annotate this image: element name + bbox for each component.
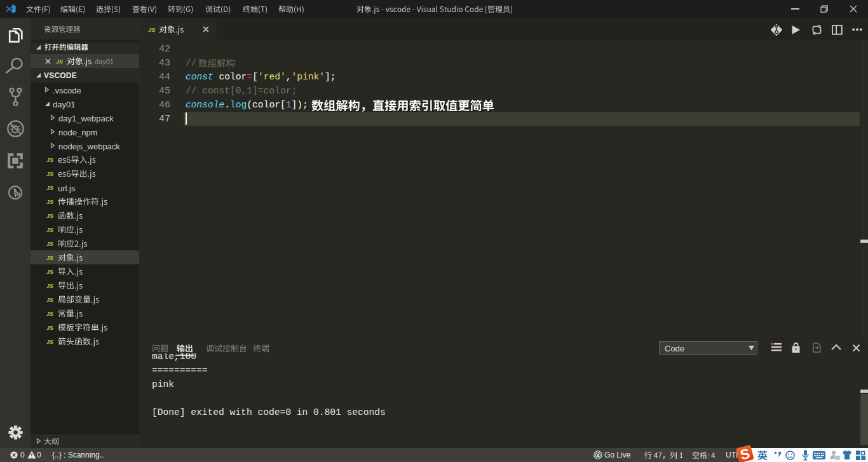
svg-text:10: 10 [835,456,840,460]
